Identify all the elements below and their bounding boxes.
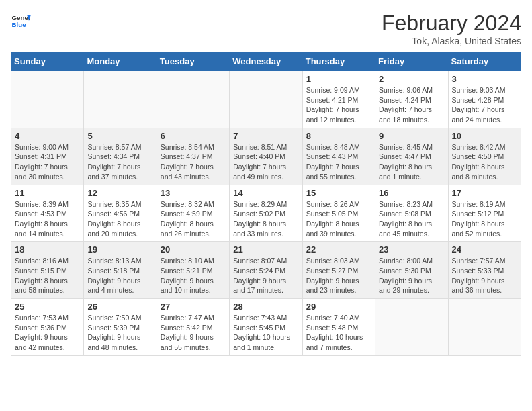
calendar-cell: 10Sunrise: 8:42 AM Sunset: 4:50 PM Dayli… [448, 128, 521, 185]
weekday-header-monday: Monday [84, 52, 157, 71]
calendar-cell: 23Sunrise: 8:00 AM Sunset: 5:30 PM Dayli… [375, 242, 448, 299]
day-info: Sunrise: 9:00 AM Sunset: 4:31 PM Dayligh… [15, 142, 80, 182]
day-number: 23 [379, 244, 444, 255]
day-number: 3 [452, 74, 517, 84]
day-info: Sunrise: 9:03 AM Sunset: 4:28 PM Dayligh… [452, 85, 517, 125]
day-info: Sunrise: 8:16 AM Sunset: 5:15 PM Dayligh… [15, 256, 80, 295]
calendar-cell: 25Sunrise: 7:53 AM Sunset: 5:36 PM Dayli… [11, 299, 84, 356]
day-info: Sunrise: 9:09 AM Sunset: 4:21 PM Dayligh… [306, 85, 371, 125]
day-number: 10 [452, 131, 517, 141]
day-number: 5 [87, 131, 152, 141]
day-number: 14 [233, 188, 298, 198]
day-info: Sunrise: 8:13 AM Sunset: 5:18 PM Dayligh… [87, 256, 152, 295]
day-info: Sunrise: 7:50 AM Sunset: 5:39 PM Dayligh… [87, 313, 152, 353]
calendar-cell: 14Sunrise: 8:29 AM Sunset: 5:02 PM Dayli… [230, 185, 302, 242]
day-number: 4 [15, 131, 80, 141]
calendar-cell: 7Sunrise: 8:51 AM Sunset: 4:40 PM Daylig… [230, 128, 302, 185]
calendar-cell: 3Sunrise: 9:03 AM Sunset: 4:28 PM Daylig… [448, 71, 521, 128]
day-number: 20 [161, 244, 226, 255]
calendar-cell: 27Sunrise: 7:47 AM Sunset: 5:42 PM Dayli… [157, 299, 229, 356]
day-info: Sunrise: 8:19 AM Sunset: 5:12 PM Dayligh… [452, 199, 517, 239]
calendar-table: SundayMondayTuesdayWednesdayThursdayFrid… [11, 52, 521, 356]
day-number: 11 [15, 188, 80, 198]
day-info: Sunrise: 8:51 AM Sunset: 4:40 PM Dayligh… [233, 142, 298, 182]
title-block: February 2024 Tok, Alaska, United States [382, 11, 521, 46]
calendar-week-row: 25Sunrise: 7:53 AM Sunset: 5:36 PM Dayli… [11, 299, 521, 356]
month-title: February 2024 [382, 11, 521, 36]
day-number: 24 [452, 244, 517, 255]
calendar-cell: 28Sunrise: 7:43 AM Sunset: 5:45 PM Dayli… [230, 299, 302, 356]
calendar-cell: 24Sunrise: 7:57 AM Sunset: 5:33 PM Dayli… [448, 242, 521, 299]
day-info: Sunrise: 7:47 AM Sunset: 5:42 PM Dayligh… [161, 313, 226, 353]
day-info: Sunrise: 8:29 AM Sunset: 5:02 PM Dayligh… [233, 199, 298, 239]
calendar-week-row: 11Sunrise: 8:39 AM Sunset: 4:53 PM Dayli… [11, 185, 521, 242]
calendar-cell: 1Sunrise: 9:09 AM Sunset: 4:21 PM Daylig… [302, 71, 375, 128]
day-number: 9 [379, 131, 444, 141]
calendar-cell: 9Sunrise: 8:45 AM Sunset: 4:47 PM Daylig… [375, 128, 448, 185]
calendar-cell: 17Sunrise: 8:19 AM Sunset: 5:12 PM Dayli… [448, 185, 521, 242]
svg-text:Blue: Blue [12, 21, 27, 28]
calendar-cell: 12Sunrise: 8:35 AM Sunset: 4:56 PM Dayli… [84, 185, 157, 242]
day-info: Sunrise: 7:40 AM Sunset: 5:48 PM Dayligh… [306, 313, 371, 353]
day-info: Sunrise: 7:53 AM Sunset: 5:36 PM Dayligh… [15, 313, 80, 353]
day-number: 8 [306, 131, 371, 141]
day-number: 28 [233, 302, 298, 312]
page-header: General Blue February 2024 Tok, Alaska, … [11, 11, 521, 46]
day-info: Sunrise: 8:57 AM Sunset: 4:34 PM Dayligh… [87, 142, 152, 182]
calendar-cell: 15Sunrise: 8:26 AM Sunset: 5:05 PM Dayli… [302, 185, 375, 242]
day-info: Sunrise: 9:06 AM Sunset: 4:24 PM Dayligh… [379, 85, 444, 125]
calendar-cell [84, 71, 157, 128]
day-number: 6 [161, 131, 226, 141]
calendar-cell: 4Sunrise: 9:00 AM Sunset: 4:31 PM Daylig… [11, 128, 84, 185]
logo-icon: General Blue [11, 11, 31, 31]
weekday-header-sunday: Sunday [11, 52, 84, 71]
calendar-cell: 11Sunrise: 8:39 AM Sunset: 4:53 PM Dayli… [11, 185, 84, 242]
weekday-header-tuesday: Tuesday [157, 52, 229, 71]
calendar-week-row: 18Sunrise: 8:16 AM Sunset: 5:15 PM Dayli… [11, 242, 521, 299]
day-info: Sunrise: 7:43 AM Sunset: 5:45 PM Dayligh… [233, 313, 298, 353]
location: Tok, Alaska, United States [382, 36, 521, 46]
calendar-cell: 13Sunrise: 8:32 AM Sunset: 4:59 PM Dayli… [157, 185, 229, 242]
day-number: 13 [161, 188, 226, 198]
day-info: Sunrise: 8:10 AM Sunset: 5:21 PM Dayligh… [161, 256, 226, 295]
day-info: Sunrise: 8:32 AM Sunset: 4:59 PM Dayligh… [161, 199, 226, 239]
day-info: Sunrise: 7:57 AM Sunset: 5:33 PM Dayligh… [452, 256, 517, 295]
day-info: Sunrise: 8:54 AM Sunset: 4:37 PM Dayligh… [161, 142, 226, 182]
calendar-cell [11, 71, 84, 128]
day-number: 7 [233, 131, 298, 141]
day-info: Sunrise: 8:03 AM Sunset: 5:27 PM Dayligh… [306, 256, 371, 295]
calendar-cell [448, 299, 521, 356]
day-number: 19 [87, 244, 152, 255]
logo: General Blue [11, 11, 31, 31]
day-number: 16 [379, 188, 444, 198]
calendar-cell [230, 71, 302, 128]
calendar-cell: 8Sunrise: 8:48 AM Sunset: 4:43 PM Daylig… [302, 128, 375, 185]
calendar-cell: 6Sunrise: 8:54 AM Sunset: 4:37 PM Daylig… [157, 128, 229, 185]
day-number: 27 [161, 302, 226, 312]
day-info: Sunrise: 8:23 AM Sunset: 5:08 PM Dayligh… [379, 199, 444, 239]
day-number: 15 [306, 188, 371, 198]
calendar-cell: 22Sunrise: 8:03 AM Sunset: 5:27 PM Dayli… [302, 242, 375, 299]
day-number: 21 [233, 244, 298, 255]
day-info: Sunrise: 8:26 AM Sunset: 5:05 PM Dayligh… [306, 199, 371, 239]
day-info: Sunrise: 8:00 AM Sunset: 5:30 PM Dayligh… [379, 256, 444, 295]
day-info: Sunrise: 8:07 AM Sunset: 5:24 PM Dayligh… [233, 256, 298, 295]
calendar-cell: 2Sunrise: 9:06 AM Sunset: 4:24 PM Daylig… [375, 71, 448, 128]
day-number: 22 [306, 244, 371, 255]
day-info: Sunrise: 8:35 AM Sunset: 4:56 PM Dayligh… [87, 199, 152, 239]
day-number: 18 [15, 244, 80, 255]
calendar-cell: 20Sunrise: 8:10 AM Sunset: 5:21 PM Dayli… [157, 242, 229, 299]
weekday-header-wednesday: Wednesday [230, 52, 302, 71]
weekday-header-row: SundayMondayTuesdayWednesdayThursdayFrid… [11, 52, 521, 71]
day-number: 25 [15, 302, 80, 312]
weekday-header-saturday: Saturday [448, 52, 521, 71]
calendar-cell: 19Sunrise: 8:13 AM Sunset: 5:18 PM Dayli… [84, 242, 157, 299]
calendar-week-row: 1Sunrise: 9:09 AM Sunset: 4:21 PM Daylig… [11, 71, 521, 128]
calendar-cell: 26Sunrise: 7:50 AM Sunset: 5:39 PM Dayli… [84, 299, 157, 356]
day-info: Sunrise: 8:45 AM Sunset: 4:47 PM Dayligh… [379, 142, 444, 182]
day-number: 17 [452, 188, 517, 198]
weekday-header-thursday: Thursday [302, 52, 375, 71]
calendar-cell: 5Sunrise: 8:57 AM Sunset: 4:34 PM Daylig… [84, 128, 157, 185]
day-number: 2 [379, 74, 444, 84]
day-number: 29 [306, 302, 371, 312]
